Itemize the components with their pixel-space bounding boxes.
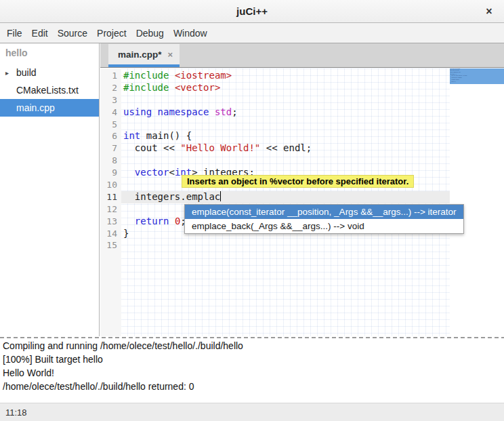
- output-line: Hello World!: [3, 366, 501, 380]
- line-number: 2: [100, 82, 121, 94]
- text-cursor: [220, 191, 221, 201]
- code-text: [121, 94, 450, 106]
- menu-project[interactable]: Project: [92, 28, 131, 39]
- code-text: using namespace std;: [121, 106, 450, 119]
- editor-line[interactable]: 15: [100, 239, 450, 252]
- autocomplete-item-emplace[interactable]: emplace(const_iterator __position, _Args…: [185, 205, 463, 219]
- doc-tooltip: Inserts an object in %vector before spec…: [182, 175, 414, 188]
- project-name-header: hello: [0, 43, 99, 62]
- code-text: int main() {: [121, 130, 450, 142]
- line-number: 14: [100, 228, 121, 240]
- file-tree: ▸ build CMakeLists.txt main.cpp: [0, 64, 99, 117]
- editor-line[interactable]: 4using namespace std;: [100, 106, 450, 119]
- status-time: 11:18: [5, 407, 27, 418]
- menu-bar: File Edit Source Project Debug Window: [0, 23, 504, 43]
- output-pane[interactable]: Compiling and running /home/olece/test/h…: [0, 338, 504, 403]
- menu-window[interactable]: Window: [169, 28, 212, 39]
- minimap[interactable]: #include <iostream> #include <vector> us…: [450, 68, 504, 337]
- autocomplete-item-emplace-back[interactable]: emplace_back(_Args &&__args...) --> void: [185, 219, 463, 233]
- line-number: 12: [100, 203, 121, 216]
- title-bar: juCi++ ×: [0, 0, 504, 23]
- editor-line[interactable]: 3: [100, 94, 450, 106]
- minimap-viewport[interactable]: #include <iostream> #include <vector> us…: [450, 68, 504, 84]
- active-tab-underline: [108, 64, 180, 67]
- expander-icon[interactable]: ▸: [5, 69, 16, 77]
- code-text: #include <vector>: [121, 82, 450, 94]
- editor-line[interactable]: 8: [100, 155, 450, 167]
- sidebar-item-maincpp[interactable]: main.cpp: [0, 99, 99, 117]
- tab-label: main.cpp*: [118, 49, 162, 60]
- sidebar-item-cmakelists[interactable]: CMakeLists.txt: [0, 81, 99, 99]
- line-number: 3: [100, 94, 121, 106]
- code-text: [121, 155, 450, 167]
- editor-line[interactable]: 1#include <iostream>: [100, 70, 450, 82]
- editor-line[interactable]: 11 integers.emplac: [100, 191, 450, 203]
- tree-item-label: build: [16, 67, 37, 78]
- line-number: 4: [100, 106, 121, 119]
- close-icon[interactable]: ×: [481, 3, 497, 20]
- line-number: 1: [100, 70, 121, 82]
- editor-line[interactable]: 2#include <vector>: [100, 82, 450, 94]
- code-text: integers.emplac: [121, 191, 450, 203]
- editor-line[interactable]: 5: [100, 119, 450, 131]
- minimap-code: #include <iostream> #include <vector> us…: [450, 68, 504, 83]
- line-number: 9: [100, 167, 121, 179]
- line-number: 15: [100, 239, 121, 252]
- project-sidebar: hello ▸ build CMakeLists.txt main.cpp: [0, 43, 100, 337]
- editor-line[interactable]: 7 cout << "Hello World!" << endl;: [100, 142, 450, 155]
- output-line: Compiling and running /home/olece/test/h…: [3, 339, 501, 353]
- status-bar: 11:18: [0, 403, 504, 421]
- menu-file[interactable]: File: [2, 28, 27, 39]
- menu-source[interactable]: Source: [53, 28, 92, 39]
- menu-debug[interactable]: Debug: [131, 28, 169, 39]
- tab-close-icon[interactable]: ×: [168, 49, 173, 60]
- code-text: [121, 119, 450, 131]
- window-title: juCi++: [236, 5, 268, 17]
- line-number: 5: [100, 119, 121, 131]
- line-number: 7: [100, 142, 121, 155]
- tree-item-label: main.cpp: [16, 102, 55, 113]
- code-text: [121, 239, 450, 252]
- output-line: /home/olece/test/hello/./build/hello ret…: [3, 380, 501, 393]
- line-number: 11: [100, 191, 121, 203]
- code-text: #include <iostream>: [121, 70, 450, 82]
- juci-window: juCi++ × File Edit Source Project Debug …: [0, 0, 504, 421]
- line-number: 8: [100, 155, 121, 167]
- line-number: 6: [100, 130, 121, 142]
- tree-item-label: CMakeLists.txt: [16, 85, 79, 96]
- code-text: cout << "Hello World!" << endl;: [121, 142, 450, 155]
- line-number: 10: [100, 179, 121, 191]
- line-number: 13: [100, 216, 121, 228]
- sidebar-item-build[interactable]: ▸ build: [0, 64, 99, 81]
- code-editor[interactable]: 1#include <iostream>2#include <vector>34…: [100, 68, 450, 337]
- tab-maincpp[interactable]: main.cpp* ×: [108, 44, 180, 67]
- editor-line[interactable]: 6int main() {: [100, 130, 450, 142]
- tab-bar: main.cpp* ×: [100, 43, 504, 68]
- menu-edit[interactable]: Edit: [27, 28, 53, 39]
- autocomplete-popup: emplace(const_iterator __position, _Args…: [184, 204, 464, 234]
- output-line: [100%] Built target hello: [3, 353, 501, 366]
